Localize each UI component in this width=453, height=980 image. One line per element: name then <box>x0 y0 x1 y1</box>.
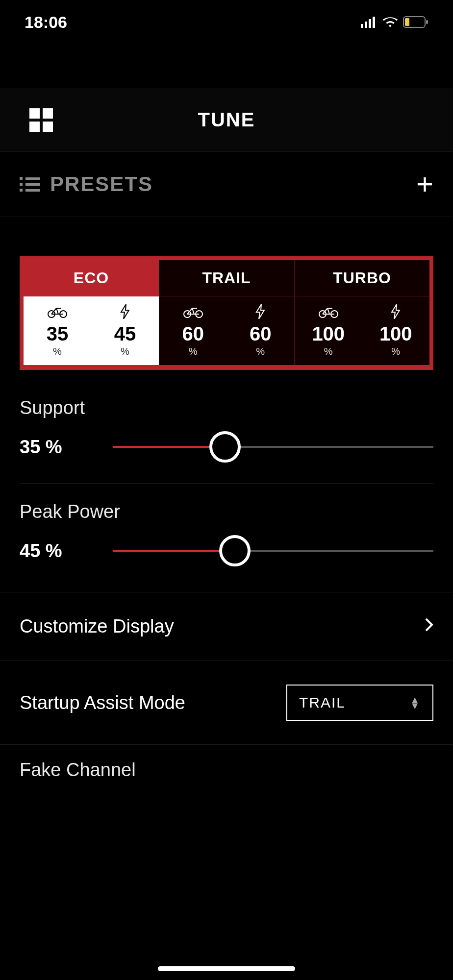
svg-rect-1 <box>365 22 367 28</box>
unit: % <box>227 346 295 357</box>
clock: 18:06 <box>25 13 67 32</box>
peakpower-slider-group: Peak Power 45 % <box>20 483 433 587</box>
svg-rect-0 <box>361 24 363 28</box>
mode-tab-eco[interactable]: ECO <box>24 260 159 296</box>
customize-display-row[interactable]: Customize Display <box>0 592 453 661</box>
presets-label: PRESETS <box>50 172 153 196</box>
startup-assist-select[interactable]: TRAIL ▲▼ <box>286 685 433 721</box>
stepper-arrows-icon: ▲▼ <box>410 697 421 709</box>
turbo-support-value: 100 <box>295 323 362 345</box>
fake-channel-row[interactable]: Fake Channel <box>0 745 453 795</box>
support-value: 35 % <box>20 437 93 458</box>
eco-power-value: 45 <box>91 323 159 345</box>
svg-rect-3 <box>373 17 375 28</box>
status-icons <box>361 13 428 32</box>
header: TUNE <box>0 88 453 152</box>
bike-icon <box>24 303 91 320</box>
startup-assist-value: TRAIL <box>299 694 346 711</box>
mode-tab-trail[interactable]: TRAIL <box>159 260 294 296</box>
add-preset-button[interactable]: + <box>416 170 433 199</box>
status-bar: 18:06 <box>0 0 453 44</box>
presets-row: PRESETS + <box>0 152 453 217</box>
mode-body-eco: 35 % 45 % <box>24 296 159 365</box>
startup-assist-row: Startup Assist Mode TRAIL ▲▼ <box>0 661 453 745</box>
mode-body-turbo: 100 % 100 % <box>294 296 429 365</box>
battery-icon <box>403 13 428 32</box>
unit: % <box>362 346 430 357</box>
customize-display-label: Customize Display <box>20 616 174 637</box>
support-slider[interactable] <box>113 432 433 462</box>
support-slider-group: Support 35 % <box>20 380 433 483</box>
peakpower-slider[interactable] <box>113 536 433 565</box>
bolt-icon <box>362 303 430 320</box>
trail-power-value: 60 <box>227 323 295 345</box>
trail-support-value: 60 <box>159 323 227 345</box>
bolt-icon <box>91 303 159 320</box>
mode-body-trail: 60 % 60 % <box>159 296 294 365</box>
wifi-icon <box>382 13 398 32</box>
list-icon <box>20 177 40 192</box>
svg-rect-5 <box>426 20 428 24</box>
bike-icon <box>159 303 227 320</box>
cellular-icon <box>361 13 378 32</box>
unit: % <box>91 346 159 357</box>
unit: % <box>24 346 91 357</box>
unit: % <box>295 346 362 357</box>
svg-rect-6 <box>405 18 409 26</box>
menu-grid-icon[interactable] <box>29 108 53 132</box>
bolt-icon <box>227 303 295 320</box>
peakpower-label: Peak Power <box>20 501 433 522</box>
peakpower-value: 45 % <box>20 540 93 562</box>
home-indicator[interactable] <box>158 966 295 971</box>
chevron-right-icon <box>425 617 433 636</box>
modes-table: ECO TRAIL TURBO 35 % 45 % 60 % 60 <box>20 256 433 370</box>
startup-assist-label: Startup Assist Mode <box>20 692 185 713</box>
fake-channel-label: Fake Channel <box>20 760 136 780</box>
eco-support-value: 35 <box>24 323 91 345</box>
support-label: Support <box>20 397 433 418</box>
bike-icon <box>295 303 362 320</box>
mode-tab-turbo[interactable]: TURBO <box>294 260 429 296</box>
svg-rect-2 <box>369 19 371 28</box>
page-title: TUNE <box>198 109 255 131</box>
turbo-power-value: 100 <box>362 323 430 345</box>
unit: % <box>159 346 227 357</box>
